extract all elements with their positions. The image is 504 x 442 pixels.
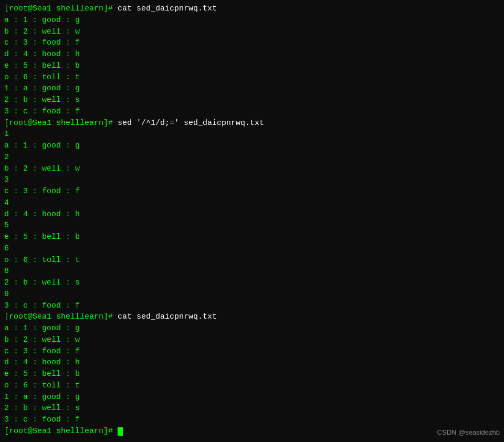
terminal-output: d : 4 : hood : h (4, 49, 500, 60)
terminal-output: a : 1 : good : g (4, 140, 500, 152)
terminal-output: 2 : b : well : s (4, 277, 500, 289)
terminal-output: a : 1 : good : g (4, 323, 500, 334)
terminal-output: e : 5 : bell : b (4, 231, 500, 243)
terminal-output: e : 5 : bell : b (4, 369, 500, 380)
terminal-output: c : 3 : food : f (4, 186, 500, 197)
terminal-output: 5 (4, 220, 500, 231)
terminal-output: b : 2 : well : w (4, 26, 500, 38)
terminal-prompt: [root@Sea1 shelllearn]# cat sed_daicpnrw… (4, 3, 500, 15)
terminal-output: o : 6 : toll : t (4, 72, 500, 83)
terminal-output: 6 (4, 243, 500, 255)
watermark: CSDN @seasidezhb (437, 428, 500, 438)
terminal-output: 1 (4, 129, 500, 140)
terminal-output: 1 : a : good : g (4, 392, 500, 403)
terminal-output: 9 (4, 289, 500, 300)
terminal-output: 8 (4, 266, 500, 277)
terminal-prompt: [root@Sea1 shelllearn]# sed '/^1/d;=' se… (4, 118, 500, 129)
terminal-output: 2 (4, 152, 500, 163)
terminal-output: d : 4 : hood : h (4, 209, 500, 220)
terminal-output: 3 : c : food : f (4, 414, 500, 426)
terminal-prompt: [root@Sea1 shelllearn]# cat sed_daicpnrw… (4, 311, 500, 323)
terminal-output: 1 : a : good : g (4, 83, 500, 94)
terminal-output: d : 4 : hood : h (4, 357, 500, 369)
terminal-output: a : 1 : good : g (4, 15, 500, 26)
terminal-output: 4 (4, 197, 500, 209)
terminal-output: e : 5 : bell : b (4, 60, 500, 72)
terminal-output: b : 2 : well : w (4, 163, 500, 175)
terminal-output: o : 6 : toll : t (4, 380, 500, 392)
terminal-container: [root@Sea1 shelllearn]# cat sed_daicpnrw… (4, 3, 500, 437)
terminal-cursor (118, 427, 123, 436)
terminal-output: c : 3 : food : f (4, 37, 500, 49)
terminal-output: b : 2 : well : w (4, 334, 500, 346)
terminal-output: c : 3 : food : f (4, 346, 500, 357)
terminal-output: 2 : b : well : s (4, 403, 500, 414)
terminal-prompt: [root@Sea1 shelllearn]# (4, 426, 500, 437)
terminal-output: 3 (4, 174, 500, 186)
terminal-output: 3 : c : food : f (4, 106, 500, 118)
terminal-output: 2 : b : well : s (4, 94, 500, 106)
terminal-output: 3 : c : food : f (4, 300, 500, 312)
terminal-output: o : 6 : toll : t (4, 255, 500, 266)
